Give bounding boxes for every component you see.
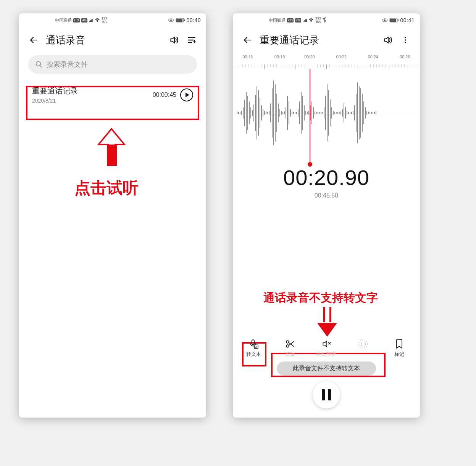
- signal-bars-icon: [303, 18, 307, 22]
- bookmark-icon: [389, 339, 410, 349]
- data-rate: 199 B/s: [102, 17, 107, 24]
- sort-icon[interactable]: [186, 35, 197, 45]
- carrier-label: 中国联通: [269, 18, 286, 23]
- tool-to-text[interactable]: A 转文本: [243, 339, 264, 358]
- speaker-icon[interactable]: [169, 35, 179, 45]
- play-button[interactable]: [180, 88, 193, 101]
- svg-text:1.0: 1.0: [360, 342, 366, 346]
- annotation-arrow-down-icon: [318, 307, 337, 337]
- eye-comfort-icon: [168, 18, 174, 22]
- header: 通话录音: [19, 27, 206, 53]
- page-title: 通话录音: [46, 34, 162, 47]
- player-toolbar: A 转文本 剪辑 跳过静音 1.0: [233, 339, 420, 408]
- annotation-label: 通话录音不支持转文字: [263, 290, 378, 306]
- eye-comfort-icon: [382, 18, 388, 22]
- back-button[interactable]: [242, 35, 253, 45]
- mic-text-icon: A: [243, 339, 264, 349]
- hd-icon: HD: [73, 18, 80, 22]
- svg-rect-11: [398, 19, 399, 21]
- waveform[interactable]: [233, 69, 420, 157]
- svg-point-13: [405, 39, 406, 41]
- search-icon: [35, 61, 43, 68]
- battery-icon: [389, 18, 399, 22]
- tool-speed[interactable]: 1.0: [352, 339, 374, 357]
- svg-rect-3: [176, 19, 182, 22]
- header: 重要通话记录: [233, 27, 420, 53]
- network-label: 4G: [295, 18, 301, 22]
- tool-trim[interactable]: 剪辑: [279, 339, 301, 358]
- back-button[interactable]: [28, 35, 39, 45]
- wifi-icon: [308, 18, 314, 22]
- status-bar: 中国联通 HD 4G 199 B/s 00:40: [19, 13, 206, 27]
- status-bar: 中国联通 HD 4G 295 B/s 00:41: [233, 13, 420, 27]
- annotation-arrow-up-icon: [100, 128, 123, 166]
- svg-point-8: [384, 19, 386, 21]
- current-time: 00:20.90: [233, 165, 420, 190]
- recording-name: 重要通话记录: [32, 86, 153, 96]
- page-title: 重要通话记录: [260, 34, 376, 47]
- clock: 00:41: [400, 17, 415, 23]
- recording-item[interactable]: 重要通话记录 2020/8/21 00:00:45: [28, 80, 197, 109]
- svg-line-6: [40, 66, 42, 67]
- carrier-label: 中国联通: [55, 18, 72, 23]
- signal-bars-icon: [89, 18, 93, 22]
- speaker-icon[interactable]: [382, 35, 393, 45]
- total-time: 00:45.58: [233, 192, 420, 199]
- tool-bookmark[interactable]: 标记: [389, 339, 410, 358]
- hd-icon: HD: [287, 18, 294, 22]
- timeline-labels: 00:16 00:18 00:20 00:22 00:24 00:26: [233, 55, 420, 64]
- search-input[interactable]: 搜索录音文件: [28, 55, 197, 74]
- svg-point-1: [170, 19, 172, 21]
- scissors-icon: [279, 339, 301, 349]
- playhead-indicator: [310, 69, 310, 164]
- battery-icon: [176, 18, 185, 22]
- bluetooth-icon: [323, 17, 326, 24]
- tool-skip-silence[interactable]: 跳过静音: [316, 339, 337, 358]
- wifi-icon: [95, 18, 100, 22]
- svg-rect-4: [184, 19, 185, 21]
- svg-rect-15: [252, 340, 255, 345]
- recording-duration: 00:00:45: [153, 92, 176, 98]
- pause-button[interactable]: [313, 381, 340, 408]
- phone-screenshot-player: 中国联通 HD 4G 295 B/s 00:41: [233, 13, 420, 418]
- mute-icon: [316, 339, 337, 349]
- clock: 00:40: [186, 17, 201, 23]
- speed-icon: 1.0: [352, 339, 374, 349]
- data-rate: 295 B/s: [315, 17, 321, 24]
- svg-point-12: [405, 37, 406, 39]
- svg-rect-10: [390, 19, 396, 22]
- toast-message: 此录音文件不支持转文本: [277, 362, 376, 376]
- phone-screenshot-list: 中国联通 HD 4G 199 B/s 00:40 通话录音: [19, 13, 206, 418]
- svg-point-14: [405, 42, 406, 43]
- recording-date: 2020/8/21: [32, 98, 153, 104]
- more-menu-icon[interactable]: [400, 35, 411, 45]
- annotation-label: 点击试听: [74, 177, 139, 199]
- timeline-ruler: document.write(Array.from({length:60},(_…: [233, 64, 420, 69]
- search-placeholder: 搜索录音文件: [47, 60, 88, 69]
- network-label: 4G: [81, 18, 87, 22]
